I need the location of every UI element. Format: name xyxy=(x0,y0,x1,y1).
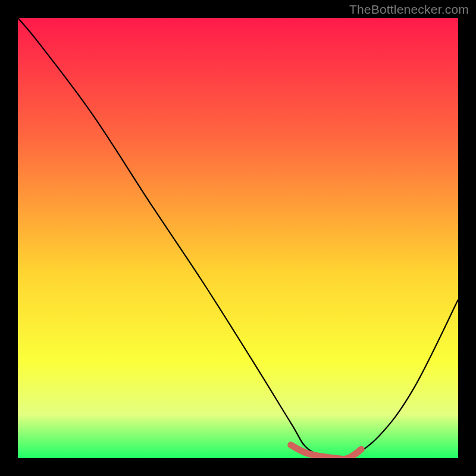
gradient-bg xyxy=(18,18,458,458)
watermark-text: TheBottlenecker.com xyxy=(349,2,469,17)
chart-root: TheBottlenecker.com xyxy=(0,0,476,476)
chart-svg xyxy=(18,18,458,458)
plot-area xyxy=(18,18,458,458)
